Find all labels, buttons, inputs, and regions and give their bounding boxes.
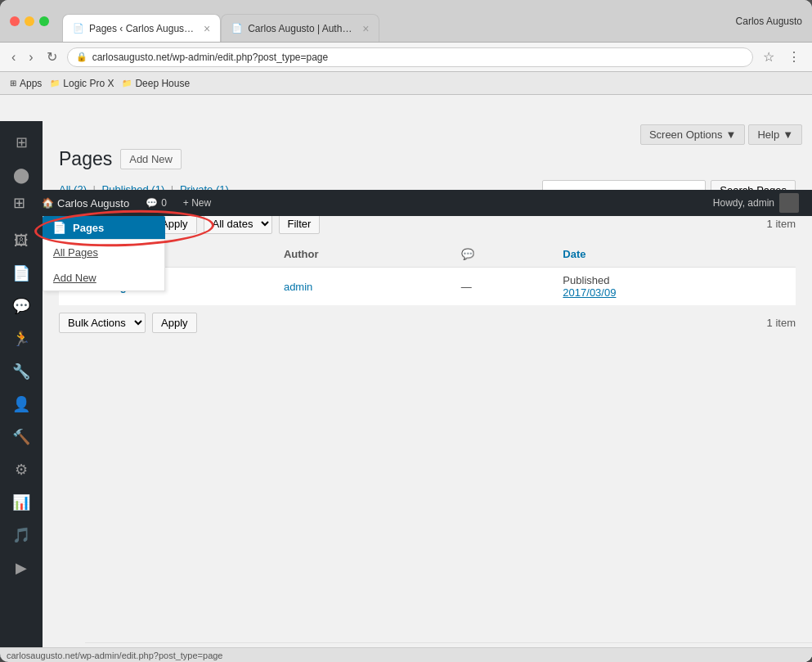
add-new-button[interactable]: Add New xyxy=(120,149,182,169)
lock-icon: 🔒 xyxy=(76,52,87,62)
help-label: Help xyxy=(757,128,779,141)
pages-menu-icon: 📄 xyxy=(52,221,66,234)
bookmark-apps[interactable]: ⊞ Apps xyxy=(10,78,42,89)
row-comments-cell: — xyxy=(453,268,555,306)
add-new-page-link[interactable]: Add New xyxy=(43,265,164,290)
screen-options-button[interactable]: Screen Options ▼ xyxy=(640,124,745,145)
bookmark-deep-house[interactable]: 📁 Deep House xyxy=(122,78,190,89)
maximize-traffic-light[interactable] xyxy=(39,16,49,26)
browser-tabs: 📄 Pages ‹ Carlos Augusto — Wo... × 📄 Car… xyxy=(62,0,729,42)
reload-button[interactable]: ↻ xyxy=(43,47,61,66)
sidebar-icon-stats[interactable]: 📊 xyxy=(7,488,36,517)
pages-menu-heading[interactable]: 📄 Pages xyxy=(43,216,165,239)
sidebar-icon-wp[interactable]: ⊞ xyxy=(7,128,36,157)
sidebar-icon-comments[interactable]: 💬 xyxy=(7,291,36,321)
bottom-table-actions: Bulk Actions Apply 1 item xyxy=(59,313,796,333)
traffic-lights xyxy=(10,16,49,26)
row-date-cell: Published 2017/03/09 xyxy=(554,268,796,306)
row-author-cell: admin xyxy=(276,268,453,306)
screen-options-label: Screen Options xyxy=(649,128,723,141)
help-arrow-icon: ▼ xyxy=(783,128,793,141)
wp-comments-button[interactable]: 💬 0 xyxy=(139,197,173,209)
sidebar-icon-pages[interactable]: 📄 xyxy=(7,259,36,288)
pages-menu-label: Pages xyxy=(73,222,104,234)
back-button[interactable]: ‹ xyxy=(8,48,19,66)
wp-topbar: Screen Options ▼ Help ▼ xyxy=(43,121,812,148)
more-button[interactable]: ⋮ xyxy=(784,47,804,66)
date-sort-link[interactable]: Date xyxy=(563,248,585,260)
forward-button[interactable]: › xyxy=(25,48,36,66)
wp-new-button[interactable]: + New xyxy=(177,197,218,209)
tab-1-close-icon[interactable]: × xyxy=(204,22,210,35)
comments-col-icon: 💬 xyxy=(461,248,474,260)
sidebar-icon-settings[interactable]: ⚙ xyxy=(7,455,36,484)
bookmark-logic-pro[interactable]: 📁 Logic Pro X xyxy=(50,78,114,89)
tab-2-title: Carlos Augusto | Author, Musi... xyxy=(248,23,354,34)
top-table-actions: Bulk Actions Apply All dates Filter 1 it… xyxy=(59,214,796,234)
browser-addressbar: ‹ › ↻ 🔒 carlosaugusto.net/wp-admin/edit.… xyxy=(0,43,812,72)
browser-tab-2[interactable]: 📄 Carlos Augusto | Author, Musi... × xyxy=(221,14,379,42)
bottom-item-count: 1 item xyxy=(767,317,796,329)
minimize-traffic-light[interactable] xyxy=(25,16,34,26)
browser-titlebar: 📄 Pages ‹ Carlos Augusto — Wo... × 📄 Car… xyxy=(0,0,812,43)
table-col-author: Author xyxy=(276,241,453,268)
tab-2-icon: 📄 xyxy=(231,23,243,34)
wp-layout: ⊞ ⬤ ✦ 🖼 📄 💬 🏃 🔧 👤 🔨 ⚙ 📊 🎵 ▶ xyxy=(0,95,812,662)
bookmark-deep-house-label: Deep House xyxy=(135,78,190,89)
tab-2-close-icon[interactable]: × xyxy=(362,22,369,35)
home-icon: 🏠 xyxy=(42,197,54,209)
screen-options-arrow-icon: ▼ xyxy=(726,128,737,141)
apps-bookmark-icon: ⊞ xyxy=(10,79,16,88)
sidebar-icon-plugins[interactable]: 🔧 xyxy=(7,357,36,386)
date-status: Published xyxy=(563,274,787,286)
page-title: Pages xyxy=(59,148,112,170)
table-row: nt Page admin — Published 2017/03/09 xyxy=(59,268,796,306)
help-button[interactable]: Help ▼ xyxy=(748,124,802,145)
bookmark-logic-label: Logic Pro X xyxy=(63,78,114,89)
bookmark-star-button[interactable]: ☆ xyxy=(760,47,778,66)
row-author-link[interactable]: admin xyxy=(284,281,312,293)
wp-howdy[interactable]: Howdy, admin xyxy=(707,193,805,213)
howdy-text: Howdy, admin xyxy=(713,197,774,209)
new-label: + New xyxy=(183,197,211,209)
apply-button-bottom[interactable]: Apply xyxy=(152,313,197,333)
comments-count: 0 xyxy=(161,197,167,209)
tab-page-icon: 📄 xyxy=(73,23,84,34)
folder-icon-2: 📁 xyxy=(122,79,132,88)
browser-tab-1[interactable]: 📄 Pages ‹ Carlos Augusto — Wo... × xyxy=(62,14,221,42)
all-pages-link[interactable]: All Pages xyxy=(43,240,164,265)
sidebar-icon-dashboard[interactable]: ⬤ xyxy=(7,160,36,190)
browser-bookmarks: ⊞ Apps 📁 Logic Pro X 📁 Deep House xyxy=(0,72,812,95)
bulk-actions-select-bottom[interactable]: Bulk Actions xyxy=(59,313,146,333)
pages-dropdown-menu: 📄 Pages All Pages Add New xyxy=(43,216,165,291)
close-traffic-light[interactable] xyxy=(10,16,20,26)
table-col-date: Date xyxy=(554,241,796,268)
sidebar-icon-media[interactable]: 🖼 xyxy=(7,226,36,255)
pages-submenu: All Pages Add New xyxy=(43,239,165,291)
tab-1-title: Pages ‹ Carlos Augusto — Wo... xyxy=(89,23,195,34)
wp-adminbar: ⊞ 🏠 Carlos Augusto 💬 0 + New Howdy, admi… xyxy=(0,190,812,216)
sidebar-icon-music[interactable]: 🎵 xyxy=(7,520,36,550)
statusbar-url: carlosaugusto.net/wp-admin/edit.php?post… xyxy=(7,651,223,660)
pages-table: Title Author 💬 Date xyxy=(59,241,796,306)
page-header: Pages Add New xyxy=(59,148,796,170)
wp-site-name[interactable]: 🏠 Carlos Augusto xyxy=(35,197,136,209)
wp-logo-button[interactable]: ⊞ xyxy=(7,194,32,212)
bookmark-apps-label: Apps xyxy=(20,78,42,89)
browser-window: 📄 Pages ‹ Carlos Augusto — Wo... × 📄 Car… xyxy=(0,0,812,662)
comment-icon: 💬 xyxy=(146,197,158,209)
date-filter-select[interactable]: All dates xyxy=(204,214,272,234)
browser-user-info: Carlos Augusto xyxy=(736,16,802,27)
sidebar-icon-appearance[interactable]: 🏃 xyxy=(7,324,36,354)
sidebar-icon-tools[interactable]: 🔨 xyxy=(7,422,36,452)
folder-icon-1: 📁 xyxy=(50,79,60,88)
sidebar-icon-play[interactable]: ▶ xyxy=(7,553,36,583)
address-bar[interactable]: 🔒 carlosaugusto.net/wp-admin/edit.php?po… xyxy=(67,47,753,67)
table-col-comments: 💬 xyxy=(453,241,555,268)
filter-button[interactable]: Filter xyxy=(279,214,321,234)
table-header-row: Title Author 💬 Date xyxy=(59,241,796,268)
admin-avatar xyxy=(779,193,799,213)
top-item-count: 1 item xyxy=(767,218,796,230)
site-name-text: Carlos Augusto xyxy=(57,197,129,209)
sidebar-icon-users[interactable]: 👤 xyxy=(7,390,36,419)
